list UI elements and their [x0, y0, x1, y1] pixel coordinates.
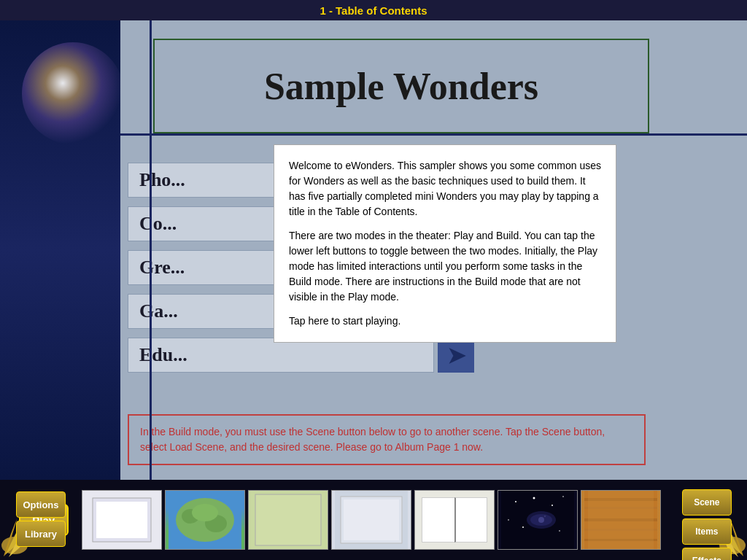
thumbnail-7[interactable] [581, 490, 661, 550]
toc-label-5[interactable]: Edu... [128, 338, 434, 373]
svg-point-15 [533, 497, 535, 499]
svg-point-19 [522, 526, 524, 528]
left-sidebar [0, 20, 120, 480]
scene-button[interactable]: Scene [682, 489, 732, 516]
svg-point-7 [192, 504, 218, 521]
bottom-toolbar: Options Library Play [0, 480, 747, 560]
welcome-para1: Welcome to eWonders. This sampler shows … [289, 158, 601, 219]
thumbnail-6[interactable] [498, 490, 578, 550]
svg-point-24 [538, 517, 544, 523]
top-title-text: 1 - Table of Contents [320, 4, 427, 17]
thumbnail-5[interactable] [414, 490, 495, 550]
svg-rect-9 [255, 494, 321, 545]
main-content-area: Sample Wonders Pho... ➤ Co... ➤ Gre... ➤… [0, 20, 747, 480]
title-box: Sample Wonders [153, 39, 649, 133]
thumbnail-1[interactable] [82, 490, 162, 550]
welcome-para2: There are two modes in the theater: Play… [289, 228, 601, 305]
right-button-group: Scene Items Effects [667, 480, 747, 560]
top-title-bar: 1 - Table of Contents [0, 0, 747, 20]
main-title: Sample Wonders [264, 65, 538, 108]
svg-point-16 [551, 505, 553, 506]
svg-point-17 [562, 496, 564, 497]
svg-rect-2 [96, 502, 147, 538]
thumbnail-2[interactable] [165, 490, 245, 550]
thumbnail-4[interactable] [331, 490, 411, 550]
svg-point-14 [515, 501, 516, 502]
build-mode-notice: In the Build mode, you must use the Scen… [128, 414, 646, 465]
build-notice-text: In the Build mode, you must use the Scen… [140, 424, 633, 455]
svg-rect-31 [588, 491, 654, 549]
lens-flare-decoration [22, 42, 124, 144]
left-button-group: Options Library Play [0, 480, 76, 560]
svg-point-18 [508, 519, 509, 521]
horizontal-divider [120, 133, 747, 136]
library-button[interactable]: Library [16, 521, 66, 547]
toc-item-5[interactable]: Edu... ➤ [128, 338, 500, 373]
toc-arrow-5[interactable]: ➤ [438, 338, 474, 373]
thumbnail-strip [76, 487, 667, 553]
effects-button[interactable]: Effects [682, 548, 732, 560]
welcome-para3: Tap here to start playing. [289, 314, 601, 329]
welcome-popup[interactable]: Welcome to eWonders. This sampler shows … [274, 144, 616, 343]
svg-point-21 [559, 530, 560, 532]
thumbnail-3[interactable] [248, 490, 328, 550]
options-button[interactable]: Options [16, 491, 66, 518]
vertical-divider [150, 20, 152, 480]
svg-rect-12 [344, 499, 399, 540]
items-button[interactable]: Items [682, 518, 732, 545]
